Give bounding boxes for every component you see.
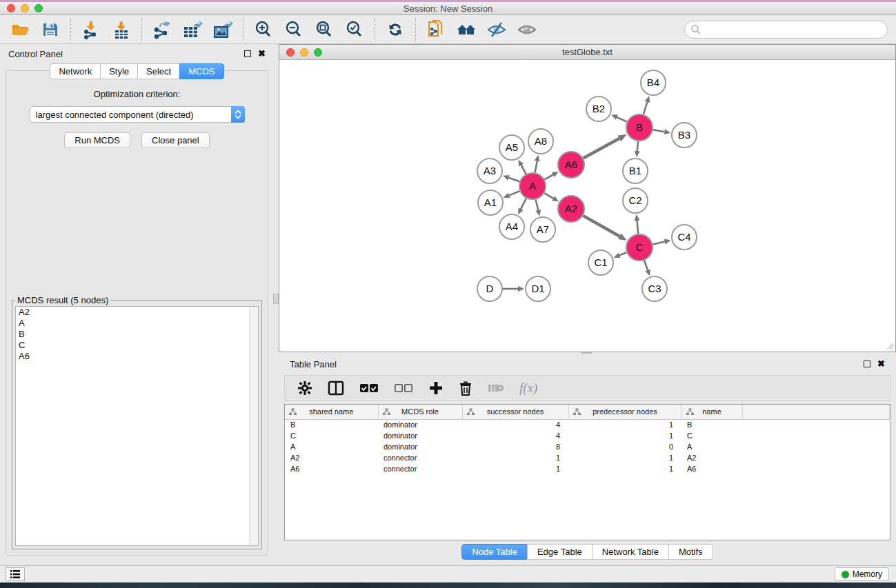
settings-gear-icon[interactable] <box>297 381 312 396</box>
graph-edge-A-A6[interactable] <box>544 175 552 180</box>
graph-edge-C-C4[interactable] <box>653 242 664 245</box>
table-row-B[interactable]: Bdominator41B <box>285 419 890 430</box>
show-columns-icon[interactable] <box>328 381 344 396</box>
cell[interactable]: A2 <box>285 452 378 463</box>
cell[interactable]: B <box>285 419 378 430</box>
graph-edge-A-A5[interactable] <box>521 165 526 174</box>
network-canvas[interactable]: B4B2BB3A8A5A6A3B1AA1C2A2A4A7CC4C1C3DD1 <box>279 60 895 352</box>
cell[interactable]: C <box>285 430 378 441</box>
zoom-fit-icon[interactable] <box>314 19 335 40</box>
deselect-all-checkboxes-icon[interactable] <box>394 383 413 393</box>
tab-style[interactable]: Style <box>100 63 137 79</box>
cell[interactable]: 4 <box>462 430 568 441</box>
tab-edge-table[interactable]: Edge Table <box>527 544 592 560</box>
export-image-icon[interactable] <box>212 19 233 40</box>
mcds-result-list[interactable]: A2ABCA6 <box>15 306 259 546</box>
table-row-A[interactable]: Adominator80A <box>285 441 890 452</box>
column-header-successor-nodes[interactable]: successor nodes <box>462 405 568 419</box>
tab-select[interactable]: Select <box>137 63 179 79</box>
cell[interactable]: connector <box>378 452 462 463</box>
cell[interactable]: A6 <box>681 463 742 474</box>
zoom-in-icon[interactable] <box>253 19 274 40</box>
float-panel-icon[interactable] <box>244 50 251 57</box>
close-panel-icon[interactable]: ✖ <box>258 50 266 57</box>
zoom-selected-icon[interactable] <box>344 19 365 40</box>
resize-grip-icon[interactable] <box>886 342 894 350</box>
network-graph[interactable]: B4B2BB3A8A5A6A3B1AA1C2A2A4A7CC4C1C3DD1 <box>279 60 895 352</box>
add-column-icon[interactable] <box>428 381 444 396</box>
graph-edge-C-C1[interactable] <box>619 252 626 255</box>
graph-edge-B-B4[interactable] <box>644 102 648 114</box>
cell[interactable]: A <box>285 441 378 452</box>
result-list-scrollbar[interactable] <box>249 307 258 545</box>
table-row-A2[interactable]: A2connector11A2 <box>285 452 890 463</box>
new-network-from-file-icon[interactable] <box>426 19 446 40</box>
cell[interactable]: B <box>681 419 742 430</box>
open-session-icon[interactable] <box>10 19 30 40</box>
cell[interactable]: 0 <box>568 441 681 452</box>
refresh-icon[interactable] <box>385 19 406 40</box>
search-field[interactable] <box>684 21 888 39</box>
column-header-name[interactable]: name <box>681 405 742 419</box>
cell[interactable]: dominator <box>378 430 462 441</box>
tab-motifs[interactable]: Motifs <box>668 544 713 560</box>
graph-edge-B-B2[interactable] <box>617 117 626 122</box>
cell[interactable]: A <box>681 441 742 452</box>
tab-network[interactable]: Network <box>50 63 100 79</box>
cell[interactable]: 4 <box>462 419 568 430</box>
result-item-A2[interactable]: A2 <box>16 307 258 318</box>
network-window-titlebar[interactable]: testGlobe.txt <box>279 45 895 60</box>
cell[interactable]: connector <box>378 463 462 474</box>
graph-edge-C-C2[interactable] <box>637 221 639 234</box>
table-row-A6[interactable]: A6connector11A6 <box>285 463 890 474</box>
close-panel-button[interactable]: Close panel <box>141 132 210 148</box>
import-network-icon[interactable] <box>81 19 101 40</box>
graph-edge-B-B3[interactable] <box>653 130 665 132</box>
result-item-A6[interactable]: A6 <box>16 351 258 362</box>
export-table-icon[interactable] <box>182 19 203 40</box>
tab-network-table[interactable]: Network Table <box>592 544 668 560</box>
graph-edge-A-A4[interactable] <box>521 199 526 209</box>
cell[interactable]: 1 <box>568 463 681 474</box>
cell[interactable]: C <box>681 430 742 441</box>
cell[interactable]: 1 <box>568 430 681 441</box>
column-header-predecessor-nodes[interactable]: predecessor nodes <box>568 405 681 419</box>
graph-edge-A2-C[interactable] <box>583 216 619 236</box>
graph-edge-A-A7[interactable] <box>536 199 539 210</box>
cell[interactable]: dominator <box>378 419 462 430</box>
column-header-MCDS-role[interactable]: MCDS role <box>378 405 462 419</box>
graph-edge-A6-B[interactable] <box>584 139 619 159</box>
save-session-icon[interactable] <box>40 19 61 40</box>
select-all-checkboxes-icon[interactable] <box>359 383 379 393</box>
result-item-B[interactable]: B <box>16 329 258 340</box>
close-table-panel-icon[interactable]: ✖ <box>877 361 885 367</box>
import-table-icon[interactable] <box>111 19 132 40</box>
home-icon[interactable] <box>456 19 477 40</box>
float-table-panel-icon[interactable] <box>864 361 870 367</box>
delete-column-icon[interactable] <box>459 381 472 396</box>
cell[interactable]: 1 <box>568 452 681 463</box>
graph-edge-B-B1[interactable] <box>637 141 638 151</box>
search-input[interactable] <box>704 24 877 34</box>
graph-edge-A-A3[interactable] <box>508 178 519 182</box>
show-panels-list-button[interactable] <box>6 567 25 581</box>
cell[interactable]: dominator <box>378 441 462 452</box>
cell[interactable]: A6 <box>285 463 378 474</box>
result-item-C[interactable]: C <box>16 340 258 351</box>
cell[interactable]: 8 <box>462 441 568 452</box>
vertical-split-handle[interactable] <box>273 294 279 304</box>
run-mcds-button[interactable]: Run MCDS <box>64 132 130 148</box>
graph-edge-A-A1[interactable] <box>509 191 519 195</box>
hide-details-eye-icon[interactable] <box>486 19 507 40</box>
graph-edge-A-A8[interactable] <box>535 161 537 173</box>
tab-node-table[interactable]: Node Table <box>461 544 527 560</box>
graph-edge-C-C3[interactable] <box>644 261 648 270</box>
optimization-criterion-select[interactable]: largest connected component (directed) <box>30 106 245 123</box>
cell[interactable]: 1 <box>568 419 681 430</box>
export-network-icon[interactable] <box>152 19 172 40</box>
cell[interactable]: A2 <box>681 452 742 463</box>
memory-button[interactable]: Memory <box>835 567 889 581</box>
graph-edge-A-A2[interactable] <box>544 193 553 199</box>
column-header-shared-name[interactable]: shared name <box>285 405 378 419</box>
show-details-eye-icon[interactable] <box>517 19 537 40</box>
